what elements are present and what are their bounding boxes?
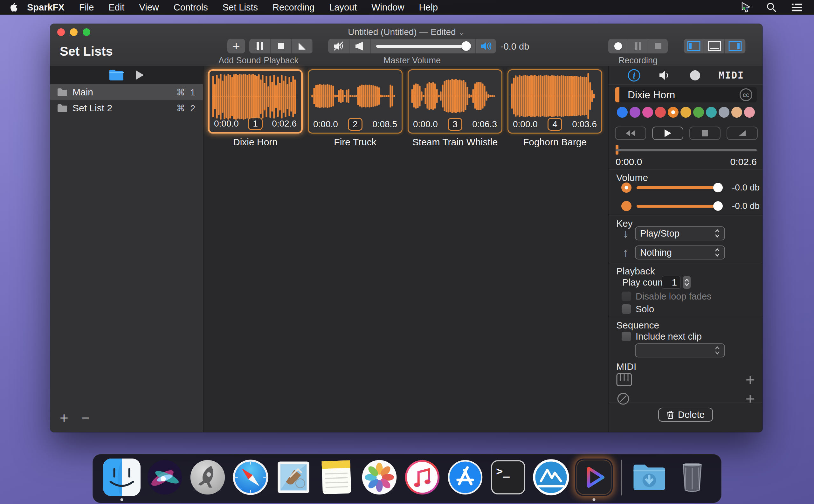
sparkfx-window: Untitled (Untitled) — Edited⌄ Set Lists …	[50, 24, 762, 432]
toggle-right-panel-button[interactable]	[725, 39, 745, 53]
volume-slider-1[interactable]	[637, 183, 721, 193]
volume-radio-2[interactable]	[621, 201, 631, 211]
pointer-app-icon[interactable]	[740, 2, 752, 13]
key-up-action-dropdown[interactable]: Nothing	[635, 245, 725, 259]
add-midi-trigger-button[interactable]: +	[746, 373, 755, 387]
dock-terminal-icon[interactable]: >_	[489, 459, 527, 501]
menu-view[interactable]: View	[132, 0, 166, 15]
dock-mail-icon[interactable]	[275, 459, 312, 501]
play-count-stepper[interactable]	[683, 276, 691, 289]
toggle-bottom-panel-button[interactable]	[704, 39, 724, 53]
dock-downloads-folder-icon[interactable]	[631, 459, 668, 501]
menu-controls[interactable]: Controls	[166, 0, 215, 15]
dock-notes-icon[interactable]	[318, 459, 355, 501]
tab-record-icon[interactable]	[689, 69, 701, 82]
color-swatch[interactable]	[617, 107, 628, 118]
playback-stop-button[interactable]	[271, 39, 291, 53]
clip-progress-track[interactable]	[616, 149, 757, 151]
master-volume-slider[interactable]	[371, 39, 475, 53]
dock-finder-icon[interactable]	[103, 459, 141, 501]
sound-tile-steam-train-whistle[interactable]: 0:00.0 3 0:06.3	[408, 69, 502, 134]
solo-checkbox[interactable]	[622, 304, 631, 314]
clip-duration: 0:02.6	[272, 119, 297, 129]
dock-sparkfx-icon[interactable]	[575, 459, 613, 501]
master-horn-button[interactable]	[349, 39, 370, 53]
play-set-list-icon[interactable]	[135, 70, 144, 80]
master-mute-button[interactable]	[328, 39, 349, 53]
dock-trash-icon[interactable]	[673, 459, 711, 501]
tab-audio-icon[interactable]	[658, 69, 672, 82]
updown-chevron-icon	[715, 248, 720, 257]
menu-window[interactable]: Window	[364, 0, 411, 15]
dock-mountain-app-icon[interactable]	[532, 459, 570, 501]
include-next-clip-checkbox[interactable]	[622, 332, 631, 341]
dock-app-store-icon[interactable]	[446, 459, 484, 501]
color-swatch[interactable]	[731, 107, 742, 118]
delete-clip-button[interactable]: Delete	[658, 408, 713, 422]
toggle-left-panel-button[interactable]	[684, 39, 704, 53]
clip-name-field[interactable]: Dixie Horn cc	[615, 87, 757, 102]
color-swatch[interactable]	[655, 107, 666, 118]
tab-info-icon[interactable]: i	[627, 68, 641, 82]
next-clip-dropdown[interactable]	[635, 343, 725, 357]
playback-fade-button[interactable]	[292, 39, 312, 53]
clip-rewind-button[interactable]	[615, 127, 646, 140]
record-pause-button[interactable]	[628, 39, 648, 53]
color-swatch[interactable]	[642, 107, 653, 118]
clip-fade-button[interactable]	[727, 127, 758, 140]
waveform	[411, 72, 495, 120]
color-swatch[interactable]	[719, 107, 729, 118]
color-swatch[interactable]	[706, 107, 717, 118]
key-down-action-dropdown[interactable]: Play/Stop	[635, 226, 725, 240]
color-swatch[interactable]	[680, 107, 691, 118]
cc-badge-icon[interactable]: cc	[740, 88, 752, 101]
menu-help[interactable]: Help	[411, 0, 445, 15]
color-swatch[interactable]	[693, 107, 704, 118]
record-stop-button[interactable]	[648, 39, 668, 53]
sound-tile-dixie-horn[interactable]: 0:00.0 1 0:02.6	[208, 69, 303, 134]
volume-slider-2[interactable]	[637, 201, 721, 211]
sound-tile-foghorn-barge[interactable]: 0:00.0 4 0:03.6	[507, 69, 602, 134]
add-set-list-button[interactable]: +	[60, 411, 68, 425]
menu-layout[interactable]: Layout	[322, 0, 364, 15]
master-volume-knob[interactable]	[461, 41, 471, 51]
window-title[interactable]: Untitled (Untitled) — Edited⌄	[50, 27, 762, 37]
clip-play-button[interactable]	[652, 127, 683, 140]
color-swatch[interactable]	[630, 107, 640, 118]
sidebar-item-set-list-2[interactable]: Set List 2 ⌘ 2	[50, 100, 203, 116]
menu-edit[interactable]: Edit	[101, 0, 132, 15]
menu-app-name[interactable]: SparkFX	[20, 0, 72, 15]
menu-set-lists[interactable]: Set Lists	[215, 0, 265, 15]
add-sound-button[interactable]: +	[227, 39, 245, 53]
dock-safari-icon[interactable]	[232, 459, 269, 501]
dock-photos-icon[interactable]	[361, 459, 398, 501]
notification-list-icon[interactable]	[791, 2, 803, 13]
menu-file[interactable]: File	[72, 0, 101, 15]
spotlight-search-icon[interactable]	[766, 2, 777, 13]
volume-radio-1[interactable]	[621, 183, 631, 193]
sound-tile-fire-truck[interactable]: 0:00.0 2 0:08.5	[308, 69, 403, 134]
color-swatch[interactable]	[744, 107, 755, 118]
clip-stop-button[interactable]	[689, 127, 721, 140]
add-midi-output-button[interactable]: +	[746, 392, 755, 406]
record-button[interactable]	[608, 39, 628, 53]
disable-loop-fades-checkbox[interactable]	[622, 292, 631, 301]
color-swatch[interactable]	[668, 107, 679, 118]
sidebar-item-main[interactable]: Main ⌘ 1	[50, 84, 203, 100]
dock-launchpad-icon[interactable]	[189, 459, 226, 501]
clip-start-time: 0:00.0	[313, 119, 338, 129]
volume-knob-2[interactable]	[713, 201, 723, 211]
playback-pause-button[interactable]	[249, 39, 270, 53]
volume-knob-1[interactable]	[713, 183, 723, 192]
master-speaker-icon[interactable]	[476, 39, 496, 53]
tab-midi-icon[interactable]: MIDI	[719, 70, 744, 81]
dock-itunes-icon[interactable]	[404, 459, 441, 501]
dock-siri-icon[interactable]	[146, 459, 183, 501]
clip-number-badge: 4	[548, 118, 562, 131]
play-count-field[interactable]: 1	[662, 276, 680, 289]
new-folder-icon[interactable]	[109, 69, 124, 81]
remove-set-list-button[interactable]: −	[81, 411, 90, 425]
window-toolbar: Untitled (Untitled) — Edited⌄ Set Lists …	[50, 24, 762, 66]
menu-recording[interactable]: Recording	[265, 0, 322, 15]
apple-menu-icon[interactable]	[8, 2, 20, 12]
